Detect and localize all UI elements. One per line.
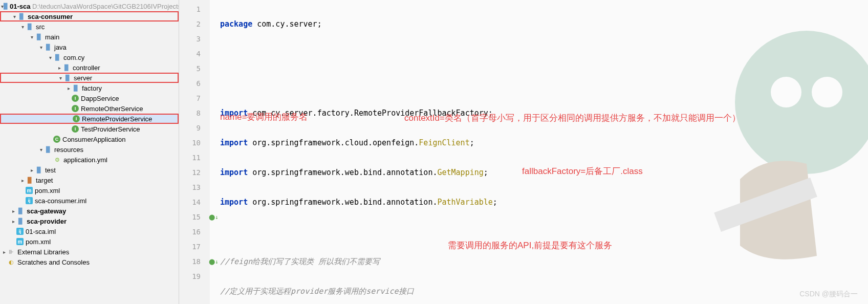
folder-icon: ▉ [17,12,26,20]
annotation-name: name=要调用的服务名 [220,110,308,124]
tree-item-appyml[interactable]: ⚙application.yml [0,155,179,165]
code-area[interactable]: package com.cy.server; import com.cy.ser… [210,0,868,304]
watermark: CSDN @腰码合一 [799,290,858,299]
tree-item-dappservice[interactable]: IDappService [0,93,179,103]
tree-label: sca-consumer [28,13,73,20]
tree-label: factory [82,84,102,92]
tree-item-target[interactable]: ▸▉target [0,175,179,185]
annotation-contextid: contextId=类名（首字母小写，用于区分相同的调用提供方服务，不加就只能调… [404,112,773,125]
yml-icon: ⚙ [53,156,61,164]
tree-item-factory[interactable]: ▸▉factory [0,83,179,93]
tree-item-root[interactable]: ▾▉01-sca D:\teducn\JavaWordSpace\GitCGB2… [0,1,179,11]
folder-icon: ▉ [44,145,52,154]
chevron-right-icon: ▸ [19,178,26,183]
tree-item-iml1[interactable]: ijsca-consumer.iml [0,196,179,206]
tree-label: main [45,33,59,41]
tree-label: sca-consumer.iml [35,197,86,205]
line-number: 10 [179,136,201,150]
tree-item-sca-consumer[interactable]: ▾▉sca-consumer [0,11,179,21]
tree-label: External Libraries [17,248,69,256]
interface-icon: I [72,125,79,133]
tree-item-resources[interactable]: ▾▉resources [0,144,179,155]
code-line: import org.springframework.cloud.openfei… [220,136,868,150]
tree-label: sca-provider [27,218,67,225]
tree-label: pom.xml [26,238,51,246]
tree-label: DappService [81,95,119,102]
tree-item-controller[interactable]: ▸▉controller [0,62,179,73]
folder-icon: ▉ [44,43,52,51]
interface-icon: I [73,115,80,122]
line-number: 11 [179,150,201,165]
chevron-right-icon: ▸ [1,249,7,255]
tree-item-scratches[interactable]: ◐Scratches and Consoles [0,257,179,267]
tree-item-src[interactable]: ▾▉src [0,21,179,32]
line-number: 17 [179,240,201,254]
line-number: 9 [179,121,201,136]
chevron-down-icon: ▾ [47,55,53,60]
tree-label: TestProviderService [81,125,140,133]
tree-label: src [36,23,45,31]
tree-label: RemoteProviderService [82,115,152,123]
project-tree-sidebar: ▾▉01-sca D:\teducn\JavaWordSpace\GitCGB2… [0,0,179,304]
chevron-down-icon: ▾ [19,24,26,30]
maven-icon: m [26,187,33,194]
tree-item-package[interactable]: ▾▉com.cy [0,52,179,62]
code-line: package com.cy.server; [220,17,868,32]
iml-icon: ij [26,197,33,204]
tree-label: com.cy [63,54,84,61]
tree-item-external[interactable]: ▸⊪External Libraries [0,247,179,257]
chevron-down-icon: ▾ [38,147,44,153]
code-editor: 1 2 3 4 5 6 7 8 9 10 11 12 13 14 15 16 1… [179,0,868,304]
tree-label: 01-sca.iml [26,228,56,235]
tree-item-main[interactable]: ▾▉main [0,32,179,42]
chevron-right-icon: ▸ [10,219,16,224]
tree-item-pom2[interactable]: mpom.xml [0,236,179,247]
package-icon: ▉ [72,84,80,92]
package-icon: ▉ [62,63,71,72]
scratch-icon: ◐ [7,258,15,266]
line-number: 2 [179,17,201,32]
iml-icon: ij [16,228,24,235]
tree-item-testprovider[interactable]: ITestProviderService [0,124,179,134]
tree-item-java[interactable]: ▾▉java [0,42,179,52]
code-line: //定义用于实现远程provider服务调用的service接口 [220,284,868,299]
tree-item-remoteprovider[interactable]: IRemoteProviderService [0,114,179,124]
line-number: 14 [179,195,201,210]
chevron-right-icon: ▸ [56,65,62,71]
tree-item-test[interactable]: ▸▉test [0,165,179,175]
chevron-right-icon: ▸ [66,85,72,91]
folder-icon: ▉ [35,33,43,41]
tree-label: sca-gateway [27,207,66,215]
tree-item-server[interactable]: ▾▉server [0,73,179,83]
chevron-right-icon: ▸ [29,167,35,173]
folder-icon: ▉ [26,23,34,31]
folder-icon: ▉ [26,176,34,184]
folder-icon: ▉ [35,166,43,174]
tree-item-iml2[interactable]: ij01-sca.iml [0,226,179,236]
line-number: 19 [179,269,201,284]
tree-item-pom1[interactable]: mpom.xml [0,185,179,196]
chevron-down-icon: ▾ [29,34,35,40]
tree-label: Scratches and Consoles [17,258,90,266]
package-icon: ▉ [53,53,61,61]
tree-item-remoteother[interactable]: IRemoteOtherService [0,103,179,114]
chevron-right-icon: ▸ [10,208,16,214]
tree-label: application.yml [63,156,107,164]
maven-icon: m [16,238,24,245]
tree-item-consumerapp[interactable]: CConsumerApplication [0,134,179,144]
code-line [220,225,868,240]
line-number: 1 [179,2,201,17]
line-number: 13 [179,180,201,195]
line-number: 5 [179,61,201,76]
folder-icon: ▉ [16,217,25,225]
chevron-down-icon: ▾ [57,75,63,81]
tree-item-gateway[interactable]: ▸▉sca-gateway [0,206,179,216]
line-number: 8 [179,106,201,121]
line-number: 12 [179,165,201,180]
code-line [220,76,868,91]
code-line: import org.springframework.web.bind.anno… [220,195,868,210]
folder-icon: ▉ [4,2,8,10]
tree-label: RemoteOtherService [81,105,143,113]
tree-item-provider[interactable]: ▸▉sca-provider [0,216,179,226]
annotation-fallback: fallbackFactory=后备工厂.class [522,164,643,179]
